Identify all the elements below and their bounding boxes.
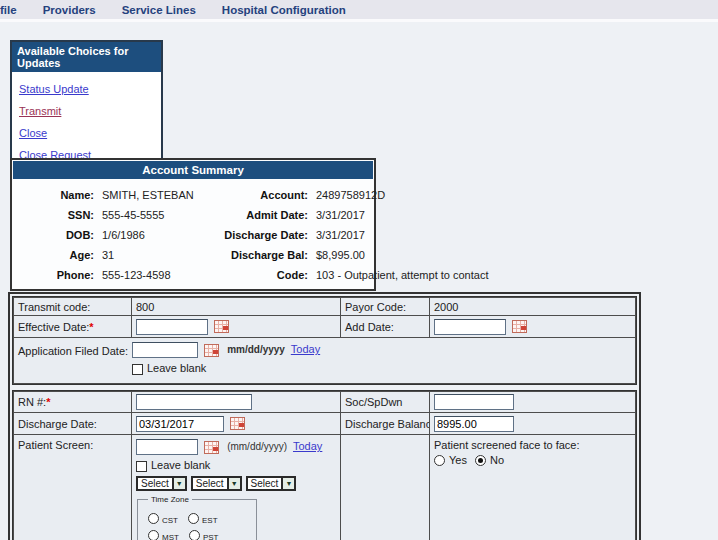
effective-date-label: Effective Date: xyxy=(18,321,89,333)
time-zone-mst-radio[interactable] xyxy=(148,530,159,540)
patient-screen-today-link[interactable]: Today xyxy=(293,440,322,452)
available-choices-title: Available Choices for Updates xyxy=(12,42,161,72)
rn-number-label: RN #: xyxy=(18,396,46,408)
select-2-value: Select xyxy=(193,478,227,489)
discharge-balance-input[interactable] xyxy=(434,416,514,432)
status-update-form: Transmit code: 800 Payor Code: 2000 Effe… xyxy=(8,292,641,540)
discharge-date-field-label: Discharge Date: xyxy=(18,418,97,430)
application-filed-date-calendar-icon[interactable] xyxy=(204,344,219,357)
code-label: Code: xyxy=(214,269,316,281)
patient-screen-calendar-icon[interactable] xyxy=(204,441,219,454)
time-zone-fieldset: Time Zone CSTEST MSTPST xyxy=(137,495,257,540)
patient-screen-select-1[interactable]: Select▼ xyxy=(136,476,187,491)
phone-value: 555-123-4598 xyxy=(102,269,214,281)
menu-item-file[interactable]: file xyxy=(0,4,30,16)
account-label: Account: xyxy=(214,189,316,201)
application-filed-leave-blank-checkbox[interactable] xyxy=(132,364,143,375)
select-1-value: Select xyxy=(138,478,172,489)
add-date-calendar-icon[interactable] xyxy=(512,320,527,333)
face-to-face-no-label: No xyxy=(490,454,504,466)
link-close[interactable]: Close xyxy=(19,127,154,139)
time-zone-legend: Time Zone xyxy=(148,495,192,504)
phone-label: Phone: xyxy=(14,269,102,281)
discharge-date-value: 3/31/2017 xyxy=(316,229,488,241)
soc-spdwn-input[interactable] xyxy=(434,394,514,410)
select-1-dropdown-icon: ▼ xyxy=(172,478,185,489)
time-zone-est-radio[interactable] xyxy=(188,513,199,524)
account-summary-grid: Name: SMITH, ESTEBAN Account: 2489758912… xyxy=(12,180,374,289)
application-filed-leave-blank-label: Leave blank xyxy=(147,362,206,374)
account-value: 2489758912D xyxy=(316,189,488,201)
time-zone-pst-label: PST xyxy=(203,533,219,540)
application-filed-date-label: Application Filed Date: xyxy=(18,342,132,357)
ssn-value: 555-45-5555 xyxy=(102,209,214,221)
name-label: Name: xyxy=(14,189,102,201)
discharge-date-input[interactable] xyxy=(136,416,224,432)
patient-screen-label: Patient Screen: xyxy=(18,439,93,451)
age-value: 31 xyxy=(102,249,214,261)
application-filed-date-today-link[interactable]: Today xyxy=(291,343,320,355)
face-to-face-no-radio[interactable] xyxy=(475,455,486,466)
transmit-code-label: Transmit code: xyxy=(18,301,90,313)
form-table-bottom: RN #:* Soc/SpDwn Discharge Date: Dischar… xyxy=(13,391,636,540)
soc-spdwn-label: Soc/SpDwn xyxy=(345,396,402,408)
payor-code-label: Payor Code: xyxy=(345,301,406,313)
discharge-bal-value: $8,995.00 xyxy=(316,249,488,261)
discharge-date-label: Discharge Date: xyxy=(214,229,316,241)
face-to-face-yes-radio[interactable] xyxy=(434,455,445,466)
application-filed-date-input[interactable] xyxy=(132,342,198,358)
add-date-label: Add Date: xyxy=(345,321,394,333)
link-transmit[interactable]: Transmit xyxy=(19,105,154,117)
face-to-face-yes-label: Yes xyxy=(449,454,467,466)
select-3-dropdown-icon: ▼ xyxy=(281,478,294,489)
rn-number-required: * xyxy=(46,396,50,408)
account-summary-panel: Account Summary Name: SMITH, ESTEBAN Acc… xyxy=(10,158,376,291)
discharge-bal-label: Discharge Bal: xyxy=(214,249,316,261)
effective-date-input[interactable] xyxy=(136,319,208,335)
menu-bar: file Providers Service Lines Hospital Co… xyxy=(0,0,718,22)
menu-item-service-lines[interactable]: Service Lines xyxy=(109,4,209,16)
name-value: SMITH, ESTEBAN xyxy=(102,189,214,201)
select-2-dropdown-icon: ▼ xyxy=(227,478,240,489)
payor-code-value: 2000 xyxy=(434,301,458,313)
effective-date-calendar-icon[interactable] xyxy=(214,320,229,333)
menu-item-hospital-configuration[interactable]: Hospital Configuration xyxy=(209,4,359,16)
time-zone-cst-label: CST xyxy=(162,516,178,525)
patient-screen-leave-blank-checkbox[interactable] xyxy=(136,461,147,472)
discharge-balance-label: Discharge Balance: xyxy=(345,418,430,430)
transmit-code-value: 800 xyxy=(136,301,154,313)
rn-number-input[interactable] xyxy=(136,394,252,410)
patient-screen-input[interactable] xyxy=(136,439,198,455)
select-3-value: Select xyxy=(248,478,282,489)
discharge-date-calendar-icon[interactable] xyxy=(230,417,245,430)
account-summary-title: Account Summary xyxy=(13,161,373,179)
form-table-top: Transmit code: 800 Payor Code: 2000 Effe… xyxy=(13,297,636,384)
add-date-input[interactable] xyxy=(434,319,506,335)
code-value: 103 - Outpatient, attempt to contact xyxy=(316,269,488,281)
empty-cell xyxy=(341,435,430,540)
time-zone-pst-radio[interactable] xyxy=(189,530,200,540)
time-zone-est-label: EST xyxy=(202,516,218,525)
patient-screen-format-hint: (mm/dd/yyyy) xyxy=(227,441,287,452)
patient-screen-select-3[interactable]: Select▼ xyxy=(246,476,297,491)
time-zone-mst-label: MST xyxy=(162,533,179,540)
ssn-label: SSN: xyxy=(14,209,102,221)
time-zone-cst-radio[interactable] xyxy=(148,513,159,524)
link-status-update[interactable]: Status Update xyxy=(19,83,154,95)
face-to-face-label: Patient screened face to face: xyxy=(434,439,580,451)
application-filed-date-format-hint: mm/dd/yyyy xyxy=(227,344,285,355)
patient-screen-select-2[interactable]: Select▼ xyxy=(191,476,242,491)
admit-date-label: Admit Date: xyxy=(214,209,316,221)
dob-value: 1/6/1986 xyxy=(102,229,214,241)
patient-screen-leave-blank-label: Leave blank xyxy=(151,459,210,471)
effective-date-required: * xyxy=(89,321,93,333)
menu-item-providers[interactable]: Providers xyxy=(30,4,109,16)
admit-date-value: 3/31/2017 xyxy=(316,209,488,221)
dob-label: DOB: xyxy=(14,229,102,241)
age-label: Age: xyxy=(14,249,102,261)
